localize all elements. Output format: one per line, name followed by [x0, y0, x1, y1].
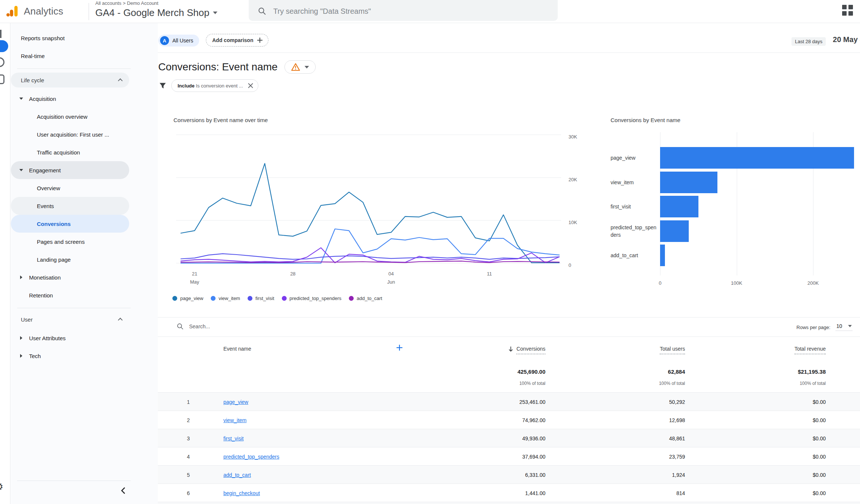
sidebar-item-user[interactable]: User	[11, 312, 129, 327]
conversions-value: 49,936.00	[522, 429, 545, 447]
date-range-selector[interactable]: 20 May -	[833, 35, 860, 44]
chevron-left-icon	[120, 487, 126, 494]
chevron-up-icon[interactable]	[118, 78, 123, 83]
row-number: 5	[184, 466, 193, 484]
filter-row: Include Is conversion event ...	[159, 79, 258, 92]
close-icon[interactable]	[248, 83, 254, 89]
advertising-nav-icon[interactable]	[0, 74, 4, 84]
caret-down-icon[interactable]	[19, 98, 23, 100]
column-header-conversions[interactable]: Conversions	[508, 346, 545, 354]
event-name-link[interactable]: predicted_top_spenders	[223, 454, 279, 460]
sidebar-item-tech[interactable]: Tech	[11, 347, 129, 365]
table-row[interactable]: 4predicted_top_spenders37,694.0023,759$0…	[158, 447, 860, 465]
top-app-bar: Analytics All accounts > Demo Account GA…	[0, 0, 860, 23]
table-row-partial	[158, 502, 860, 504]
admin-gear-icon[interactable]: ⚙	[0, 481, 3, 493]
sidebar-item-engagement[interactable]: Engagement	[11, 161, 129, 179]
rows-per-page-select[interactable]: 10	[835, 323, 853, 331]
chevron-down-icon	[305, 66, 309, 68]
global-search-input[interactable]	[273, 7, 497, 16]
sidebar-item-label: Events	[11, 203, 54, 209]
column-header-event-name[interactable]: Event name	[223, 346, 251, 352]
bar-chart-conversions-by-event: Conversions by Event name 0100K200Kpage_…	[609, 112, 860, 309]
global-search[interactable]	[249, 0, 558, 21]
y-axis-label: 0	[568, 262, 585, 268]
sidebar-item-life-cycle[interactable]: Life cycle	[11, 73, 129, 87]
sidebar-item-label: User	[11, 316, 33, 323]
row-number: 2	[184, 411, 193, 429]
rows-per-page-label: Rows per page:	[796, 325, 830, 331]
sidebar-item-overview[interactable]: Overview	[11, 179, 129, 197]
sidebar-item-acquisition-overview[interactable]: Acquisition overview	[11, 108, 129, 125]
all-users-comparison-chip[interactable]: A All Users	[158, 35, 199, 47]
bar-first_visit	[660, 196, 698, 217]
caret-right-icon[interactable]	[20, 275, 22, 279]
sidebar-item-acquisition[interactable]: Acquisition	[11, 90, 129, 108]
table-row[interactable]: 3first_visit49,936.0048,861$0.00	[158, 429, 860, 447]
sidebar-item-label: User acquisition: First user ...	[11, 131, 109, 138]
sidebar-item-user-attributes[interactable]: User Attributes	[11, 329, 129, 347]
total-revenue-value: $0.00	[813, 484, 826, 502]
account-breadcrumb[interactable]: All accounts > Demo Account GA4 - Google…	[95, 0, 217, 19]
sidebar-item-landing-page[interactable]: Landing page	[11, 251, 129, 268]
sidebar-item-label: Acquisition	[29, 96, 56, 102]
sidebar-item-conversions[interactable]: Conversions	[11, 215, 129, 233]
table-search[interactable]	[176, 323, 301, 330]
filter-funnel-icon	[159, 82, 167, 90]
event-name-link[interactable]: begin_checkout	[223, 490, 260, 496]
table-row[interactable]: 2view_item74,962.0012,698$0.00	[158, 411, 860, 429]
table-top-divider	[158, 317, 860, 318]
sidebar-item-real-time[interactable]: Real-time	[11, 47, 129, 65]
table-row[interactable]: 6begin_checkout1,441.00814$0.00	[158, 484, 860, 502]
sidebar-item-label: Traffic acquisition	[11, 149, 80, 156]
column-header-total-revenue[interactable]: Total revenue	[794, 346, 826, 354]
total-users-value: 23,759	[669, 447, 685, 466]
total-users-value: 12,698	[669, 411, 685, 429]
chevron-up-icon[interactable]	[118, 318, 123, 322]
report-main: A All Users Add comparison Last 28 days …	[158, 23, 860, 504]
home-icon[interactable]	[0, 29, 5, 39]
caret-down-icon[interactable]	[19, 169, 23, 171]
x-axis-label: 11	[482, 271, 497, 277]
sidebar-item-label: User Attributes	[29, 335, 66, 341]
table-row[interactable]: 1page_view253,461.0050,292$0.00	[158, 392, 860, 411]
analytics-logo[interactable]: Analytics	[5, 4, 63, 19]
x-axis-month-label: Jun	[384, 279, 399, 285]
sidebar-item-retention[interactable]: Retention	[11, 286, 129, 304]
breadcrumb[interactable]: All accounts > Demo Account	[95, 0, 217, 6]
sidebar-item-events[interactable]: Events	[11, 197, 129, 215]
include-filter-chip[interactable]: Include Is conversion event ...	[171, 79, 258, 92]
row-number: 3	[184, 429, 193, 447]
conversions-value: 1,441.00	[525, 484, 546, 502]
bar-category-label: add_to_cart	[611, 245, 657, 266]
sidebar-item-pages-and-screens[interactable]: Pages and screens	[11, 233, 129, 251]
bar-add_to_cart	[660, 245, 665, 266]
property-selector[interactable]: GA4 - Google Merch Shop	[95, 7, 217, 19]
table-row[interactable]: 5add_to_cart6,331.001,924$0.00	[158, 465, 860, 484]
sidebar-item-monetisation[interactable]: Monetisation	[11, 268, 129, 286]
sidebar-item-label: Real-time	[11, 53, 45, 59]
sidebar-item-reports-snapshot[interactable]: Reports snapshot	[11, 29, 129, 47]
sort-descending-icon	[508, 346, 513, 352]
collapse-sidebar-button[interactable]	[117, 484, 130, 497]
date-preset-label[interactable]: Last 28 days	[791, 37, 826, 46]
legend-entry-page_view: page_view	[172, 296, 203, 301]
table-search-input[interactable]	[189, 323, 301, 329]
event-name-link[interactable]: add_to_cart	[223, 472, 251, 478]
column-header-total-users[interactable]: Total users	[660, 346, 685, 354]
reports-nav-icon-selected[interactable]	[0, 40, 8, 52]
event-name-link[interactable]: view_item	[223, 417, 246, 423]
apps-grid-icon[interactable]	[842, 5, 853, 15]
add-dimension-button[interactable]	[396, 344, 403, 353]
data-quality-pill[interactable]	[284, 60, 316, 74]
sidebar-item-user-acquisition-first-user[interactable]: User acquisition: First user ...	[11, 125, 129, 143]
add-comparison-chip[interactable]: Add comparison	[206, 34, 268, 47]
caret-right-icon[interactable]	[20, 336, 22, 340]
event-name-link[interactable]: page_view	[223, 399, 248, 405]
caret-right-icon[interactable]	[20, 354, 22, 358]
sidebar-item-label: Monetisation	[29, 274, 61, 281]
bar-category-label: first_visit	[611, 196, 657, 217]
explore-nav-icon[interactable]	[0, 57, 4, 67]
sidebar-item-traffic-acquisition[interactable]: Traffic acquisition	[11, 143, 129, 161]
event-name-link[interactable]: first_visit	[223, 436, 243, 441]
